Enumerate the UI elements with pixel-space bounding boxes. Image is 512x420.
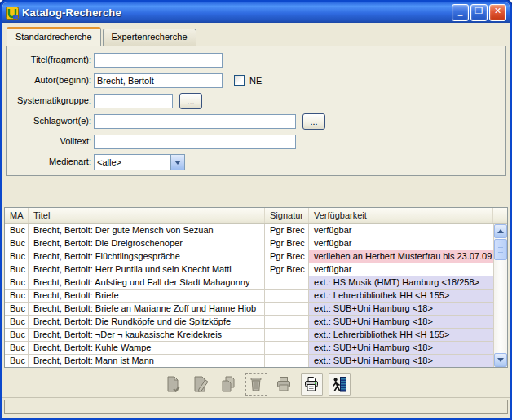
tab-expertenrecherche[interactable]: Expertenrecherche: [103, 29, 196, 46]
medienart-select[interactable]: <alle>: [94, 154, 185, 170]
maximize-icon: ❐: [471, 4, 487, 19]
cell-titel: Brecht, Bertolt: Der gute Mensch von Sez…: [29, 224, 265, 237]
table-row[interactable]: BucBrecht, Bertolt: Herr Puntila und sei…: [5, 263, 493, 276]
volltext-input[interactable]: [94, 135, 296, 149]
autor-input[interactable]: [94, 73, 223, 88]
medienart-dropdown-button[interactable]: [170, 155, 184, 170]
cell-verfuegbarkeit: ext.: SUB+Uni Hamburg <18>: [309, 303, 493, 316]
titlebar[interactable]: Katalog-Recherche _ ❐ ✕: [2, 2, 510, 23]
column-header-ma[interactable]: MA: [5, 208, 29, 223]
cell-ma: Buc: [5, 263, 29, 276]
cell-titel: Brecht, Bertolt: Herr Puntila und sein K…: [29, 263, 265, 276]
results-table-header: MA Titel Signatur Verfügbarkeit: [5, 208, 507, 224]
print-list-icon: [302, 374, 321, 394]
scroll-down-button[interactable]: [494, 353, 507, 367]
schlagworte-input[interactable]: [94, 114, 296, 129]
cell-titel: Brecht, Bertolt: Mann ist Mann: [29, 355, 265, 367]
cell-ma: Buc: [5, 355, 29, 367]
statusbar: [4, 400, 508, 414]
table-row[interactable]: BucBrecht, Bertolt: Flüchtlingsgespräche…: [5, 250, 493, 263]
titel-input[interactable]: [94, 53, 223, 68]
cell-ma: Buc: [5, 329, 29, 342]
table-row[interactable]: BucBrecht, Bertolt: Briefe an Marianne Z…: [5, 303, 493, 316]
exit-icon: [329, 374, 349, 394]
cell-ma: Buc: [5, 250, 29, 263]
cell-ma: Buc: [5, 276, 29, 290]
table-row[interactable]: BucBrecht, Bertolt: Briefeext.: Lehrerbi…: [5, 290, 493, 303]
edit-record-button[interactable]: [190, 373, 212, 396]
column-header-titel[interactable]: Titel: [29, 208, 265, 223]
maximize-button[interactable]: ❐: [470, 4, 488, 21]
cell-verfuegbarkeit: verfügbar: [309, 263, 493, 276]
cell-signatur: [265, 355, 309, 367]
cell-verfuegbarkeit: ext.: Lehrerbibliothek HH <H 155>: [309, 329, 493, 342]
schlagworte-browse-button[interactable]: ...: [302, 113, 325, 130]
minimize-button[interactable]: _: [452, 4, 469, 21]
cell-signatur: [265, 276, 309, 290]
copy-record-button[interactable]: [218, 373, 240, 396]
katalog-recherche-window: Katalog-Recherche _ ❐ ✕ Standardrecherch…: [0, 0, 512, 420]
table-row[interactable]: BucBrecht, Bertolt: Der gute Mensch von …: [5, 224, 493, 237]
table-row[interactable]: BucBrecht, Bertolt: Die Dreigroschenoper…: [5, 237, 493, 250]
scrollbar-thumb[interactable]: [494, 239, 507, 260]
cell-ma: Buc: [5, 316, 29, 329]
systematikgruppe-label: Systematikgruppe:: [10, 95, 91, 105]
cell-signatur: Pgr Brec: [265, 224, 309, 237]
table-row[interactable]: BucBrecht, Bertolt: ¬Der ¬ kaukasische K…: [5, 329, 493, 342]
cell-signatur: [265, 303, 309, 316]
results-table: MA Titel Signatur Verfügbarkeit BucBrech…: [4, 207, 508, 368]
table-row[interactable]: BucBrecht, Bertolt: Kuhle Wampeext.: SUB…: [5, 342, 493, 355]
print-record-icon: [274, 374, 294, 394]
actionbar: einschl. Öffentl. Bibliothek Recherche s…: [2, 179, 510, 206]
print-record-button[interactable]: [273, 373, 295, 396]
new-record-button[interactable]: [162, 373, 184, 396]
print-list-button[interactable]: [301, 373, 323, 396]
cell-verfuegbarkeit: ext.: HS Musik (HMT) Hamburg <18/258>: [309, 276, 493, 290]
scroll-up-button[interactable]: [494, 224, 507, 238]
cell-verfuegbarkeit: ext.: SUB+Uni Hamburg <18>: [309, 342, 493, 355]
cell-verfuegbarkeit: ext.: Lehrerbibliothek HH <H 155>: [309, 290, 493, 303]
cell-signatur: Pgr Brec: [265, 250, 309, 263]
tabbar: Standardrecherche Expertenrecherche: [7, 29, 198, 46]
column-header-spacer: [493, 208, 507, 223]
cell-signatur: [265, 329, 309, 342]
cell-signatur: Pgr Brec: [265, 237, 309, 250]
column-header-verfuegbarkeit[interactable]: Verfügbarkeit: [309, 208, 493, 223]
cell-titel: Brecht, Bertolt: Briefe an Marianne Zoff…: [29, 303, 265, 316]
cell-ma: Buc: [5, 224, 29, 237]
cell-titel: Brecht, Bertolt: Aufstieg und Fall der S…: [29, 276, 265, 290]
volltext-label: Volltext:: [10, 136, 91, 146]
edit-record-icon: [191, 374, 210, 394]
scrollbar-track[interactable]: [494, 260, 507, 353]
vertical-scrollbar[interactable]: [493, 224, 507, 367]
column-header-signatur[interactable]: Signatur: [265, 208, 309, 223]
exit-button[interactable]: [329, 373, 351, 396]
arrow-down-icon: [497, 358, 504, 362]
cell-verfuegbarkeit: ext.: SUB+Uni Hamburg <18>: [309, 355, 493, 367]
table-row[interactable]: BucBrecht, Bertolt: Mann ist Mannext.: S…: [5, 355, 493, 367]
delete-record-button[interactable]: [245, 373, 267, 396]
close-button[interactable]: ✕: [489, 4, 506, 21]
cell-titel: Brecht, Bertolt: Briefe: [29, 290, 265, 303]
cell-verfuegbarkeit: verfügbar: [309, 224, 493, 237]
schlagworte-label: Schlagwort(e):: [10, 116, 91, 126]
cell-titel: Brecht, Bertolt: ¬Der ¬ kaukasische Krei…: [29, 329, 265, 342]
cell-verfuegbarkeit: verliehen an Herbert Musterfrau bis 23.0…: [309, 250, 493, 263]
close-icon: ✕: [490, 4, 505, 19]
cell-signatur: [265, 290, 309, 303]
tab-standardrecherche[interactable]: Standardrecherche: [7, 27, 101, 46]
systematikgruppe-input[interactable]: [94, 94, 173, 108]
systematikgruppe-browse-button[interactable]: ...: [179, 93, 202, 109]
table-row[interactable]: BucBrecht, Bertolt: Aufstieg und Fall de…: [5, 276, 493, 290]
medienart-label: Medienart:: [10, 157, 91, 166]
table-row[interactable]: BucBrecht, Bertolt: Die Rundköpfe und di…: [5, 316, 493, 329]
cell-ma: Buc: [5, 290, 29, 303]
ne-checkbox[interactable]: [234, 75, 245, 86]
arrow-up-icon: [497, 229, 504, 233]
cell-signatur: [265, 316, 309, 329]
delete-record-icon: [246, 374, 266, 394]
cell-verfuegbarkeit: ext.: SUB+Uni Hamburg <18>: [309, 316, 493, 329]
autor-label: Autor(beginn):: [10, 75, 91, 85]
cell-titel: Brecht, Bertolt: Die Dreigroschenoper: [29, 237, 265, 250]
medienart-selected-value: <alle>: [95, 157, 170, 167]
